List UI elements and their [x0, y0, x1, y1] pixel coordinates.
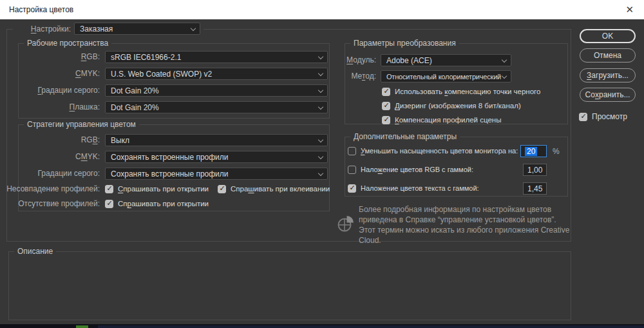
field-value: 1,45 [527, 184, 542, 193]
checkbox [382, 116, 390, 124]
spot-working-space-value: Dot Gain 20% [111, 103, 159, 112]
policies-legend: Стратегии управления цветом [24, 120, 139, 130]
checkbox [382, 88, 390, 96]
policy-cmyk-value: Сохранять встроенные профили [111, 153, 229, 162]
checkbox [348, 184, 356, 193]
percent-suffix: % [553, 147, 560, 156]
checkbox [382, 102, 390, 110]
engine-select[interactable]: Adobe (ACE) [381, 54, 511, 66]
checkbox [218, 185, 226, 193]
ok-button[interactable]: OK [580, 29, 636, 43]
checkbox-label: Наложение цветов RGB с гаммой: [361, 166, 473, 173]
ask-when-pasting-checkbox[interactable]: Спрашивать при вклеивании [218, 184, 330, 194]
chevron-down-icon [191, 26, 196, 31]
policies-group: Стратегии управления цветом RGB: Выкл CM… [18, 124, 330, 211]
scene-referred-profiles-checkbox[interactable]: Компенсация профилей сцены [382, 115, 501, 125]
black-point-compensation-checkbox[interactable]: Использовать компенсацию точки черного [382, 86, 540, 97]
checkbox-label: Дизеринг (изображения 8 бит/канал) [395, 102, 521, 110]
dither-checkbox[interactable]: Дизеринг (изображения 8 бит/канал) [382, 101, 521, 111]
blend-text-gamma-input[interactable]: 1,45 [523, 182, 547, 195]
advanced-controls-group: Дополнительные параметры Уменьшить насыщ… [345, 137, 568, 197]
checkbox [105, 200, 113, 208]
spot-label: Плашка: [70, 101, 100, 113]
cmyk-working-space-select[interactable]: U.S. Web Coated (SWOP) v2 [105, 68, 328, 80]
chevron-down-icon [318, 104, 323, 110]
checkbox-label: Уменьшить насыщенность цветов монитора н… [361, 147, 518, 155]
chevron-down-icon [318, 88, 323, 93]
engine-value: Adobe (ACE) [386, 56, 432, 65]
chevron-down-icon [318, 171, 323, 176]
close-icon[interactable]: ✕ [625, 4, 634, 15]
intent-value: Относительный колориметрический [386, 73, 501, 81]
policy-rgb-label: RGB: [81, 134, 100, 146]
checkbox-label: Наложение цветов текста с гаммой: [361, 184, 479, 192]
info-text: Более подробная информация по настройкам… [359, 204, 570, 238]
color-settings-dialog: Настройки: Заказная Рабочие пространства… [0, 19, 644, 328]
intent-label: Метод: [351, 70, 376, 82]
window-title: Настройка цветов [9, 5, 73, 14]
taskbar-fleck-green [76, 325, 88, 328]
policy-gray-label: Градации серого: [37, 168, 100, 180]
settings-preset-select[interactable]: Заказная [74, 23, 200, 35]
color-management-icon [336, 214, 355, 233]
checkbox-label: Просмотр [592, 112, 627, 121]
checkbox-label: Спрашивать при открытии [118, 185, 209, 193]
checkbox [579, 113, 587, 121]
checkbox-label: Спрашивать при вклеивании [231, 185, 330, 193]
conversion-options-group: Параметры преобразования Модуль: Adobe (… [345, 43, 568, 124]
checkbox [105, 185, 113, 193]
chevron-down-icon [318, 154, 323, 159]
advanced-controls-legend: Дополнительные параметры [350, 132, 460, 142]
intent-select[interactable]: Относительный колориметрический [381, 70, 511, 82]
checkbox-label: Компенсация профилей сцены [395, 116, 501, 124]
checkbox-label: Использовать компенсацию точки черного [395, 88, 540, 95]
settings-label: Настройки: [31, 23, 71, 35]
policy-cmyk-label: CMYK: [75, 151, 100, 163]
engine-label: Модуль: [346, 54, 376, 66]
policy-gray-select[interactable]: Сохранять встроенные профили [105, 168, 328, 180]
settings-preset-value: Заказная [80, 24, 113, 34]
gray-label: Градации серого: [37, 84, 100, 97]
cmyk-label: CMYK: [75, 68, 100, 80]
chevron-down-icon [318, 137, 323, 142]
missing-profiles-label: Отсутствие профилей: [18, 198, 100, 209]
blend-rgb-gamma-input[interactable]: 1,00 [523, 164, 547, 176]
chevron-down-icon [318, 54, 323, 59]
settings-preset-row: Настройки: Заказная [13, 22, 204, 36]
load-button[interactable]: Загрузить... [580, 68, 636, 82]
blend-rgb-gamma-checkbox[interactable]: Наложение цветов RGB с гаммой: [348, 164, 473, 175]
desaturate-percent-input[interactable]: 20 [520, 145, 547, 157]
gray-working-space-value: Dot Gain 20% [111, 86, 159, 95]
field-value: 1,00 [527, 166, 542, 175]
working-spaces-group: Рабочие пространства RGB: sRGB IEC61966-… [18, 43, 330, 119]
ask-when-opening-checkbox[interactable]: Спрашивать при открытии [105, 184, 209, 194]
selected-text: 20 [525, 147, 537, 156]
description-legend: Описание [14, 247, 56, 256]
rgb-working-space-select[interactable]: sRGB IEC61966-2.1 [105, 51, 328, 63]
blend-text-gamma-checkbox[interactable]: Наложение цветов текста с гаммой: [348, 183, 479, 193]
policy-rgb-value: Выкл [111, 136, 129, 145]
policy-rgb-select[interactable]: Выкл [105, 134, 328, 146]
working-spaces-legend: Рабочие пространства [24, 39, 111, 48]
spot-working-space-select[interactable]: Dot Gain 20% [105, 101, 328, 113]
chevron-down-icon [502, 57, 507, 63]
desaturate-monitor-checkbox[interactable]: Уменьшить насыщенность цветов монитора н… [348, 146, 518, 156]
policy-gray-value: Сохранять встроенные профили [111, 169, 229, 178]
checkbox [348, 166, 356, 174]
cmyk-working-space-value: U.S. Web Coated (SWOP) v2 [111, 70, 212, 79]
policy-cmyk-select[interactable]: Сохранять встроенные профили [105, 151, 328, 163]
description-group: Описание [8, 251, 571, 320]
chevron-down-icon [502, 73, 507, 79]
profile-mismatch-label: Несовпадение профилей: [6, 184, 100, 194]
cancel-button[interactable]: Отмена [580, 48, 636, 63]
conversion-options-legend: Параметры преобразования [350, 39, 459, 48]
checkbox-label: Спрашивать при открытии [118, 200, 209, 207]
rgb-label: RGB: [81, 51, 100, 63]
gray-working-space-select[interactable]: Dot Gain 20% [105, 84, 328, 97]
preview-checkbox[interactable]: Просмотр [579, 111, 627, 122]
window-titlebar: Настройка цветов ✕ [0, 0, 644, 19]
rgb-working-space-value: sRGB IEC61966-2.1 [111, 53, 181, 62]
checkbox [348, 147, 356, 155]
save-button[interactable]: Сохранить... [580, 88, 636, 102]
missing-ask-when-opening-checkbox[interactable]: Спрашивать при открытии [105, 198, 209, 209]
